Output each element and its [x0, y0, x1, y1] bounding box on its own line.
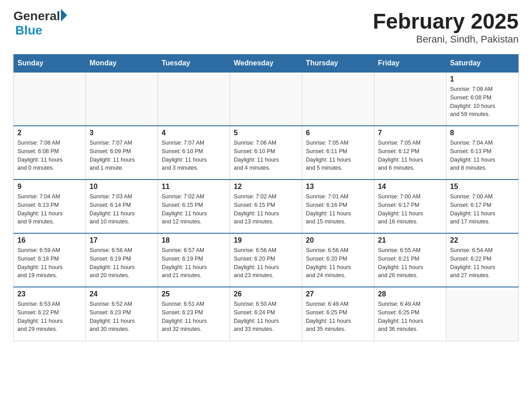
- title-section: February 2025 Berani, Sindh, Pakistan: [373, 9, 519, 45]
- day-header-sunday: Sunday: [14, 55, 86, 73]
- logo-blue-text: Blue: [15, 23, 43, 38]
- calendar-cell: 12Sunrise: 7:02 AM Sunset: 6:15 PM Dayli…: [230, 180, 302, 233]
- day-info: Sunrise: 6:56 AM Sunset: 6:20 PM Dayligh…: [306, 246, 370, 280]
- calendar-cell: 2Sunrise: 7:08 AM Sunset: 6:08 PM Daylig…: [14, 126, 86, 180]
- calendar-cell: [302, 72, 374, 126]
- calendar-cell: [158, 72, 230, 126]
- calendar-cell: 24Sunrise: 6:52 AM Sunset: 6:23 PM Dayli…: [86, 287, 158, 341]
- location-subtitle: Berani, Sindh, Pakistan: [373, 34, 519, 45]
- logo-arrow-icon: [61, 9, 67, 21]
- day-header-thursday: Thursday: [302, 55, 374, 73]
- calendar-cell: 26Sunrise: 6:50 AM Sunset: 6:24 PM Dayli…: [230, 287, 302, 341]
- calendar-cell: 13Sunrise: 7:01 AM Sunset: 6:16 PM Dayli…: [302, 180, 374, 233]
- day-number: 9: [17, 183, 82, 191]
- day-number: 20: [306, 236, 370, 244]
- day-info: Sunrise: 7:03 AM Sunset: 6:14 PM Dayligh…: [90, 193, 154, 226]
- day-number: 15: [450, 183, 515, 191]
- calendar-week-row: 9Sunrise: 7:04 AM Sunset: 6:13 PM Daylig…: [14, 180, 519, 233]
- day-number: 19: [234, 236, 298, 244]
- calendar-cell: 15Sunrise: 7:00 AM Sunset: 6:17 PM Dayli…: [446, 180, 519, 233]
- calendar-cell: 17Sunrise: 6:58 AM Sunset: 6:19 PM Dayli…: [86, 233, 158, 287]
- day-number: 27: [306, 290, 370, 298]
- calendar-cell: [230, 72, 302, 126]
- day-info: Sunrise: 7:08 AM Sunset: 6:08 PM Dayligh…: [17, 139, 82, 172]
- calendar-header-row: SundayMondayTuesdayWednesdayThursdayFrid…: [14, 55, 519, 73]
- day-info: Sunrise: 7:06 AM Sunset: 6:10 PM Dayligh…: [234, 139, 298, 172]
- day-info: Sunrise: 6:59 AM Sunset: 6:18 PM Dayligh…: [17, 246, 82, 280]
- day-number: 6: [306, 129, 370, 137]
- day-number: 25: [162, 290, 226, 298]
- calendar-cell: 20Sunrise: 6:56 AM Sunset: 6:20 PM Dayli…: [302, 233, 374, 287]
- day-info: Sunrise: 7:04 AM Sunset: 6:13 PM Dayligh…: [450, 139, 515, 172]
- calendar-cell: 19Sunrise: 6:56 AM Sunset: 6:20 PM Dayli…: [230, 233, 302, 287]
- calendar-week-row: 2Sunrise: 7:08 AM Sunset: 6:08 PM Daylig…: [14, 126, 519, 180]
- day-info: Sunrise: 7:01 AM Sunset: 6:16 PM Dayligh…: [306, 193, 370, 226]
- calendar-cell: [374, 72, 446, 126]
- day-header-tuesday: Tuesday: [158, 55, 230, 73]
- calendar-cell: 8Sunrise: 7:04 AM Sunset: 6:13 PM Daylig…: [446, 126, 519, 180]
- calendar-cell: 21Sunrise: 6:55 AM Sunset: 6:21 PM Dayli…: [374, 233, 446, 287]
- day-info: Sunrise: 7:02 AM Sunset: 6:15 PM Dayligh…: [234, 193, 298, 226]
- calendar-cell: [86, 72, 158, 126]
- day-number: 21: [378, 236, 442, 244]
- calendar-cell: 6Sunrise: 7:05 AM Sunset: 6:11 PM Daylig…: [302, 126, 374, 180]
- day-info: Sunrise: 6:55 AM Sunset: 6:21 PM Dayligh…: [378, 246, 442, 280]
- day-number: 17: [90, 236, 154, 244]
- calendar-cell: 18Sunrise: 6:57 AM Sunset: 6:19 PM Dayli…: [158, 233, 230, 287]
- day-info: Sunrise: 6:56 AM Sunset: 6:20 PM Dayligh…: [234, 246, 298, 280]
- calendar-week-row: 23Sunrise: 6:53 AM Sunset: 6:22 PM Dayli…: [14, 287, 519, 341]
- calendar-cell: 5Sunrise: 7:06 AM Sunset: 6:10 PM Daylig…: [230, 126, 302, 180]
- day-number: 18: [162, 236, 226, 244]
- day-number: 12: [234, 183, 298, 191]
- day-number: 11: [162, 183, 226, 191]
- day-number: 16: [17, 236, 82, 244]
- day-info: Sunrise: 6:52 AM Sunset: 6:23 PM Dayligh…: [90, 300, 154, 334]
- day-info: Sunrise: 7:00 AM Sunset: 6:17 PM Dayligh…: [450, 193, 515, 226]
- day-info: Sunrise: 6:50 AM Sunset: 6:24 PM Dayligh…: [234, 300, 298, 334]
- day-number: 8: [450, 129, 515, 137]
- calendar-cell: 23Sunrise: 6:53 AM Sunset: 6:22 PM Dayli…: [14, 287, 86, 341]
- day-number: 2: [17, 129, 82, 137]
- day-info: Sunrise: 7:02 AM Sunset: 6:15 PM Dayligh…: [162, 193, 226, 226]
- day-number: 10: [90, 183, 154, 191]
- day-number: 28: [378, 290, 442, 298]
- calendar-cell: [14, 72, 86, 126]
- day-number: 4: [162, 129, 226, 137]
- calendar-cell: 3Sunrise: 7:07 AM Sunset: 6:09 PM Daylig…: [86, 126, 158, 180]
- day-info: Sunrise: 7:04 AM Sunset: 6:13 PM Dayligh…: [17, 193, 82, 226]
- calendar-cell: 25Sunrise: 6:51 AM Sunset: 6:23 PM Dayli…: [158, 287, 230, 341]
- day-number: 23: [17, 290, 82, 298]
- day-info: Sunrise: 6:49 AM Sunset: 6:25 PM Dayligh…: [306, 300, 370, 334]
- day-number: 13: [306, 183, 370, 191]
- day-info: Sunrise: 7:05 AM Sunset: 6:11 PM Dayligh…: [306, 139, 370, 172]
- calendar-cell: 10Sunrise: 7:03 AM Sunset: 6:14 PM Dayli…: [86, 180, 158, 233]
- day-header-monday: Monday: [86, 55, 158, 73]
- calendar-cell: 1Sunrise: 7:08 AM Sunset: 6:08 PM Daylig…: [446, 72, 519, 126]
- calendar-cell: 4Sunrise: 7:07 AM Sunset: 6:10 PM Daylig…: [158, 126, 230, 180]
- calendar-cell: 27Sunrise: 6:49 AM Sunset: 6:25 PM Dayli…: [302, 287, 374, 341]
- month-title: February 2025: [373, 9, 519, 34]
- day-number: 3: [90, 129, 154, 137]
- day-number: 7: [378, 129, 442, 137]
- logo-general-text: General: [13, 9, 60, 23]
- logo: General Blue: [13, 9, 67, 38]
- calendar-week-row: 1Sunrise: 7:08 AM Sunset: 6:08 PM Daylig…: [14, 72, 519, 126]
- calendar-table: SundayMondayTuesdayWednesdayThursdayFrid…: [13, 54, 519, 341]
- day-info: Sunrise: 6:57 AM Sunset: 6:19 PM Dayligh…: [162, 246, 226, 280]
- day-info: Sunrise: 6:58 AM Sunset: 6:19 PM Dayligh…: [90, 246, 154, 280]
- day-info: Sunrise: 7:07 AM Sunset: 6:10 PM Dayligh…: [162, 139, 226, 172]
- calendar-cell: 7Sunrise: 7:05 AM Sunset: 6:12 PM Daylig…: [374, 126, 446, 180]
- day-info: Sunrise: 7:08 AM Sunset: 6:08 PM Dayligh…: [450, 85, 515, 119]
- day-info: Sunrise: 7:05 AM Sunset: 6:12 PM Dayligh…: [378, 139, 442, 172]
- day-info: Sunrise: 6:51 AM Sunset: 6:23 PM Dayligh…: [162, 300, 226, 334]
- calendar-cell: 9Sunrise: 7:04 AM Sunset: 6:13 PM Daylig…: [14, 180, 86, 233]
- day-number: 5: [234, 129, 298, 137]
- calendar-week-row: 16Sunrise: 6:59 AM Sunset: 6:18 PM Dayli…: [14, 233, 519, 287]
- day-number: 14: [378, 183, 442, 191]
- day-number: 24: [90, 290, 154, 298]
- day-number: 26: [234, 290, 298, 298]
- day-info: Sunrise: 7:00 AM Sunset: 6:17 PM Dayligh…: [378, 193, 442, 226]
- day-info: Sunrise: 6:53 AM Sunset: 6:22 PM Dayligh…: [17, 300, 82, 334]
- day-info: Sunrise: 7:07 AM Sunset: 6:09 PM Dayligh…: [90, 139, 154, 172]
- calendar-cell: [446, 287, 519, 341]
